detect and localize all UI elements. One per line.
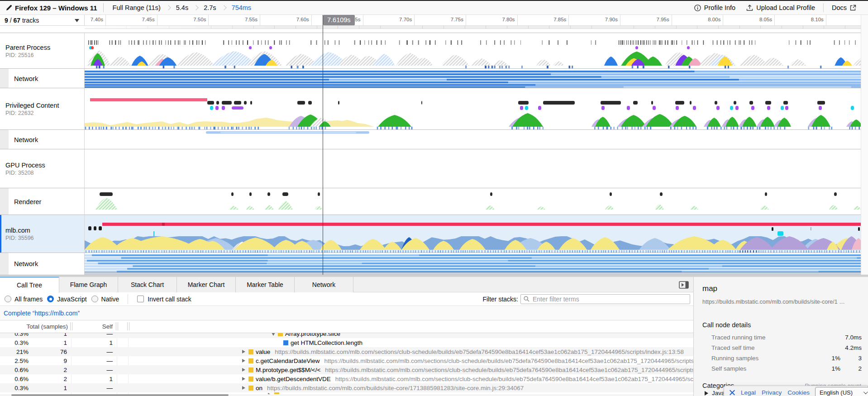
column-resize-handle[interactable]: [72, 322, 72, 330]
track-canvas[interactable]: [85, 253, 861, 275]
track-label[interactable]: GPU ProcessPID: 35208: [0, 149, 85, 188]
category-row-label: Java: [712, 390, 725, 396]
call-tree-row[interactable]: 0.3%11get HTMLCollection.length: [0, 338, 693, 347]
breadcrumb-range-2[interactable]: 2.7s: [201, 4, 219, 11]
edit-profile-name-icon[interactable]: [6, 5, 12, 11]
breadcrumb-range-1[interactable]: 5.4s: [173, 4, 191, 11]
track-canvas[interactable]: [85, 130, 861, 149]
cell: 76: [60, 348, 67, 355]
function-url: https://builds.mlbstatic.com/mlb.com/bui…: [267, 385, 524, 391]
breadcrumb-range-0[interactable]: Full Range (11s): [110, 4, 163, 11]
track-canvas[interactable]: [85, 88, 861, 130]
track-label[interactable]: mlb.comPID: 35596: [0, 215, 85, 253]
cell: 0.3%: [14, 333, 29, 337]
track-network-7[interactable]: Network: [0, 253, 868, 275]
column-total[interactable]: Total (samples): [26, 323, 68, 330]
cookies-link[interactable]: Cookies: [787, 389, 810, 396]
track-network-3[interactable]: Network: [0, 129, 868, 149]
profile-info-button[interactable]: Profile Info: [689, 1, 741, 14]
expand-icon[interactable]: [242, 359, 245, 363]
track-label[interactable]: Parent ProcessPID: 25516: [0, 33, 85, 69]
legal-link[interactable]: Legal: [741, 389, 756, 396]
docs-button[interactable]: Docs: [826, 1, 862, 14]
column-resize-handle[interactable]: [116, 322, 116, 330]
track-canvas[interactable]: [85, 33, 861, 69]
function-name: value: [256, 348, 270, 355]
tab-call-tree[interactable]: Call Tree: [0, 277, 59, 293]
invert-call-stack-checkbox[interactable]: Invert call stack: [137, 296, 191, 303]
category-javascript-icon: [248, 349, 253, 354]
track-name: GPU Process: [5, 162, 84, 169]
radio-all-frames[interactable]: All frames: [5, 296, 43, 303]
expand-icon[interactable]: [242, 377, 245, 381]
ruler-tick-label: 7.80s: [502, 17, 517, 22]
expand-icon[interactable]: [242, 386, 245, 390]
scrollbar-thumb[interactable]: [11, 394, 229, 396]
call-tree-row[interactable]: 0.6%2—M.prototype.get$$M/</<https://buil…: [0, 365, 693, 374]
collapse-icon[interactable]: [272, 333, 275, 336]
track-parent-process[interactable]: Parent ProcessPID: 25516: [0, 33, 868, 69]
track-renderer-5[interactable]: Renderer: [0, 188, 868, 215]
call-tree-row[interactable]: 0.3%1—Array.prototype.slice: [0, 333, 693, 338]
track-canvas[interactable]: [85, 149, 861, 188]
call-tree-row[interactable]: 2.5%9—c.getCalendarDateViewhttps://build…: [0, 356, 693, 365]
expand-icon[interactable]: [242, 368, 245, 372]
tab-marker-chart[interactable]: Marker Chart: [177, 277, 236, 292]
track-gpu-process[interactable]: GPU ProcessPID: 35208: [0, 149, 868, 188]
track-network-1[interactable]: Network: [0, 68, 868, 88]
track-name: Network: [14, 260, 84, 267]
column-resize-handle[interactable]: [127, 322, 128, 330]
tab-network[interactable]: Network: [295, 277, 353, 292]
panel-splitter[interactable]: [0, 275, 868, 277]
radio-native[interactable]: Native: [91, 296, 119, 303]
track-label[interactable]: Network: [0, 69, 85, 88]
call-tree-row[interactable]: 0.6%21value/b.getDescendentVDEhttps://bu…: [0, 374, 693, 383]
ruler-tick: [466, 15, 466, 26]
tracks-visibility-dropdown[interactable]: 9 / 67 tracks: [0, 15, 85, 26]
range-breadcrumb-link[interactable]: Complete “https://mlb.com”: [4, 310, 80, 317]
track-canvas[interactable]: [85, 69, 861, 88]
sidebar-toggle-button[interactable]: [679, 281, 689, 289]
ruler-tick: [105, 15, 106, 26]
breadcrumb-range-3[interactable]: 754ms: [229, 4, 254, 11]
track-canvas[interactable]: [85, 215, 861, 253]
range-row: Complete “https://mlb.com”: [0, 306, 693, 320]
call-tree-horizontal-scrollbar[interactable]: [0, 394, 693, 396]
track-canvas[interactable]: [85, 188, 861, 215]
filter-stacks-input[interactable]: [520, 294, 690, 304]
call-tree-row[interactable]: 0.3%1—onhttps://builds.mlbstatic.com/mlb…: [0, 383, 693, 392]
column-resize-handle[interactable]: [70, 322, 71, 330]
upload-local-profile-button[interactable]: Upload Local Profile: [741, 1, 820, 14]
radio-javascript[interactable]: JavaScript: [47, 296, 86, 303]
column-resize-handle[interactable]: [129, 322, 129, 330]
close-icon[interactable]: [729, 390, 735, 396]
category-javascript-icon: [248, 358, 253, 363]
timeline-vertical-scrollbar[interactable]: [861, 15, 868, 275]
column-self[interactable]: Self: [102, 323, 113, 330]
privacy-link[interactable]: Privacy: [762, 389, 782, 396]
call-tree-body: 0.3%1—Array.prototype.slice0.3%11get HTM…: [0, 333, 693, 394]
breadcrumb: Full Range (11s)5.4s2.7s754ms: [110, 1, 254, 14]
column-resize-handle[interactable]: [118, 322, 118, 330]
panel-tabs: Call TreeFlame GraphStack ChartMarker Ch…: [0, 277, 693, 292]
track-label[interactable]: Privileged ContentPID: 22632: [0, 88, 85, 130]
timeline-hover-time: 7.6109s: [323, 15, 355, 25]
track-mlb-com[interactable]: mlb.comPID: 35596: [0, 215, 868, 253]
call-tree-row[interactable]: 21%76—valuehttps://builds.mlbstatic.com/…: [0, 347, 693, 356]
language-select[interactable]: English (US): [815, 387, 868, 396]
track-label[interactable]: Renderer: [0, 188, 85, 215]
chevron-down-icon: [863, 390, 868, 394]
tab-stack-chart[interactable]: Stack Chart: [118, 277, 177, 292]
ruler-tick: [157, 15, 157, 26]
tab-flame-graph[interactable]: Flame Graph: [59, 277, 118, 292]
separator: [128, 294, 128, 304]
tab-marker-table[interactable]: Marker Table: [236, 277, 295, 292]
cell: 0.6%: [14, 367, 29, 373]
cell: —: [107, 348, 113, 355]
expand-icon[interactable]: [242, 350, 245, 353]
category-dom-icon: [283, 340, 288, 345]
category-expander-icon[interactable]: [705, 391, 708, 396]
track-label[interactable]: Network: [0, 130, 85, 149]
track-privileged-content[interactable]: Privileged ContentPID: 22632: [0, 88, 868, 130]
track-label[interactable]: Network: [0, 253, 85, 275]
